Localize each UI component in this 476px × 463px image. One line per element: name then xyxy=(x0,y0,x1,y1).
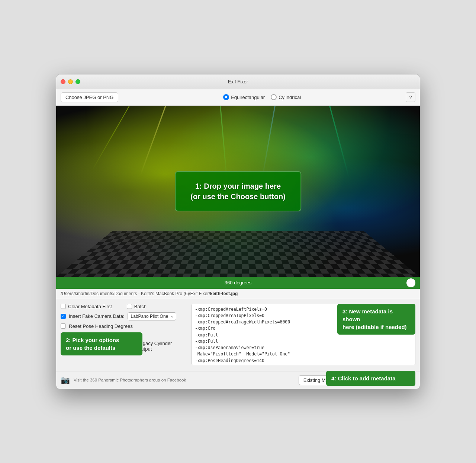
titlebar: Exif Fixer xyxy=(56,74,420,89)
traffic-lights xyxy=(61,79,80,84)
filepath-filename: keith-test.jpg xyxy=(210,291,238,296)
facebook-link[interactable]: Visit the 360 Panoramic Photographers gr… xyxy=(74,378,295,382)
options-row-3: Reset Pose Heading Degrees xyxy=(61,323,187,329)
options-panel: Clear Metadata First Batch Insert Fake C… xyxy=(61,304,187,367)
cylindrical-radio[interactable]: Cylindrical xyxy=(271,94,301,100)
batch-option: Batch xyxy=(127,304,147,309)
filepath: /Users/kmartin/Documents/Documents - Kei… xyxy=(56,289,420,299)
cylindrical-radio-dot[interactable] xyxy=(271,94,277,100)
tooltip-step4: 4: Click to add metadata xyxy=(326,371,415,386)
degrees-label: 360 degrees xyxy=(225,280,251,285)
options-row-1: Clear Metadata First Batch xyxy=(61,304,187,309)
tooltip-step4-text: 4: Click to add metadata xyxy=(331,375,396,381)
toolbar: Choose JPEG or PNG Equirectangular Cylin… xyxy=(56,89,420,106)
camera-dropdown[interactable]: LabPano Pilot One xyxy=(128,312,176,320)
tooltip-step3: 3: New metadata is shown here (editable … xyxy=(337,304,415,335)
degrees-bar: 360 degrees xyxy=(56,277,420,289)
minimize-button[interactable] xyxy=(68,79,73,84)
window-title: Exif Fixer xyxy=(228,79,248,84)
maximize-button[interactable] xyxy=(75,79,80,84)
bottom-section: Clear Metadata First Batch Insert Fake C… xyxy=(56,299,420,371)
help-button[interactable]: ? xyxy=(406,92,415,102)
tooltip-step2-text: 2: Pick your options or use the defaults xyxy=(66,337,119,351)
equirectangular-radio-dot[interactable] xyxy=(223,94,229,100)
drop-overlay[interactable]: 1: Drop your image here (or use the Choo… xyxy=(175,171,301,211)
camera-icon[interactable]: 📷 xyxy=(61,376,70,384)
degrees-slider-thumb[interactable] xyxy=(406,278,415,287)
cylindrical-label: Cylindrical xyxy=(279,95,301,100)
close-button[interactable] xyxy=(61,79,65,84)
clear-metadata-checkbox[interactable] xyxy=(61,304,66,309)
reset-pose-heading-label: Reset Pose Heading Degrees xyxy=(69,323,133,329)
options-rows-with-tooltip: Reset Pose Heading Degrees Reset Pose Pi… xyxy=(61,323,187,352)
clear-metadata-option: Clear Metadata First xyxy=(61,304,112,309)
filepath-prefix: /Users/kmartin/Documents/Documents - Kei… xyxy=(61,291,210,296)
projection-radio-group: Equirectangular Cylindrical xyxy=(126,94,398,100)
equirectangular-radio[interactable]: Equirectangular xyxy=(223,94,265,100)
reset-pose-heading-checkbox[interactable] xyxy=(61,323,66,329)
tooltip-step3-text: 3: New metadata is shown here (editable … xyxy=(342,308,407,330)
options-row-2: Insert Fake Camera Data: LabPano Pilot O… xyxy=(61,312,187,320)
batch-label: Batch xyxy=(134,304,147,309)
main-window: Exif Fixer Choose JPEG or PNG Equirectan… xyxy=(56,74,420,389)
batch-checkbox[interactable] xyxy=(127,304,132,309)
equirectangular-label: Equirectangular xyxy=(231,95,265,100)
choose-file-button[interactable]: Choose JPEG or PNG xyxy=(61,92,118,102)
image-drop-area[interactable]: 1: Drop your image here (or use the Choo… xyxy=(56,106,420,277)
metadata-area: 3: New metadata is shown here (editable … xyxy=(192,304,415,367)
insert-fake-camera-label: Insert Fake Camera Data: xyxy=(69,313,125,319)
drop-text: 1: Drop your image here (or use the Choo… xyxy=(190,181,286,202)
clear-metadata-label: Clear Metadata First xyxy=(68,304,112,309)
legacy-cylinder-label: Legacy Cylinder Output xyxy=(137,341,187,352)
insert-fake-camera-checkbox[interactable] xyxy=(61,314,66,319)
camera-dropdown-wrapper: LabPano Pilot One xyxy=(128,312,176,320)
tooltip-step2: 2: Pick your options or use the defaults xyxy=(61,332,142,355)
